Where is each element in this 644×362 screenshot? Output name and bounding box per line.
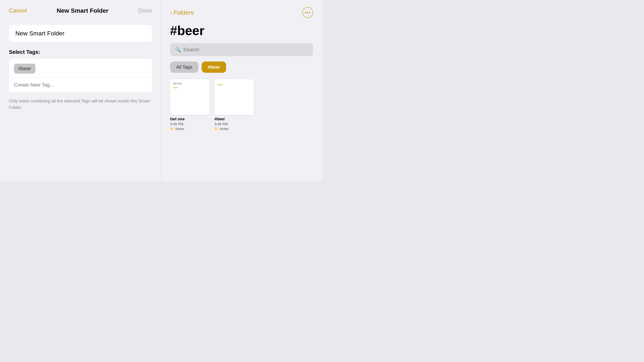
back-navigation[interactable]: ‹ Folders [170, 9, 194, 16]
page-title-left: New Smart Folder [57, 7, 108, 14]
note-card-2[interactable]: #beer [214, 79, 254, 115]
hint-text: Only notes containing all the selected T… [9, 98, 152, 111]
note-time-2: 3:46 PM [214, 122, 229, 126]
back-chevron-icon: ‹ [170, 9, 172, 16]
note-card-1[interactable]: Get one #beer [170, 79, 210, 115]
note-card-tag-1: #beer [173, 86, 206, 89]
note-info-1: Get one 3:50 PM 📁 Notes [170, 117, 185, 131]
folder-icon-1: 📁 [170, 127, 174, 131]
beer-tag-chip[interactable]: #beer [14, 64, 36, 74]
select-tags-label: Select Tags: [9, 49, 152, 55]
notes-grid: Get one #beer Get one 3:50 PM 📁 Notes #b… [170, 79, 313, 131]
note-folder-label-2: Notes [220, 127, 229, 131]
all-tags-filter[interactable]: All Tags [170, 61, 198, 73]
filter-tags: All Tags #beer [170, 61, 313, 73]
search-input[interactable] [183, 47, 308, 52]
folders-label: Folders [174, 9, 194, 16]
left-panel: Cancel New Smart Folder Done Select Tags… [0, 0, 161, 181]
note-card-title-1: Get one [173, 82, 206, 85]
folder-icon-2: 📁 [214, 127, 218, 131]
note-card-wrapper-2[interactable]: #beer #beer 3:46 PM 📁 Notes [214, 79, 254, 131]
beer-tag-filter[interactable]: #beer [202, 61, 226, 73]
right-header: ‹ Folders ••• [170, 7, 313, 18]
folder-name-container [9, 25, 152, 42]
note-card-wrapper-1[interactable]: Get one #beer Get one 3:50 PM 📁 Notes [170, 79, 210, 131]
note-name-2: #beer [214, 117, 229, 121]
note-card-tag-2: #beer [217, 83, 251, 86]
folder-name-input[interactable] [16, 30, 146, 37]
tags-section: #beer [9, 59, 152, 92]
more-dots-icon: ••• [305, 10, 310, 15]
cancel-button[interactable]: Cancel [9, 7, 27, 14]
note-name-1: Get one [170, 117, 185, 121]
tags-area: #beer [9, 59, 152, 77]
done-button[interactable]: Done [138, 7, 152, 14]
search-icon: 🔍 [175, 47, 181, 52]
more-options-button[interactable]: ••• [302, 7, 313, 18]
note-folder-2: 📁 Notes [214, 127, 229, 131]
note-time-1: 3:50 PM [170, 122, 185, 126]
note-info-2: #beer 3:46 PM 📁 Notes [214, 117, 229, 131]
note-folder-1: 📁 Notes [170, 127, 185, 131]
right-panel: ‹ Folders ••• #beer 🔍 All Tags #beer Get… [161, 0, 322, 181]
left-header: Cancel New Smart Folder Done [9, 7, 152, 14]
note-folder-label-1: Notes [176, 127, 184, 131]
beer-page-title: #beer [170, 23, 313, 38]
search-bar: 🔍 [170, 43, 313, 56]
create-tag-input[interactable] [9, 77, 152, 92]
